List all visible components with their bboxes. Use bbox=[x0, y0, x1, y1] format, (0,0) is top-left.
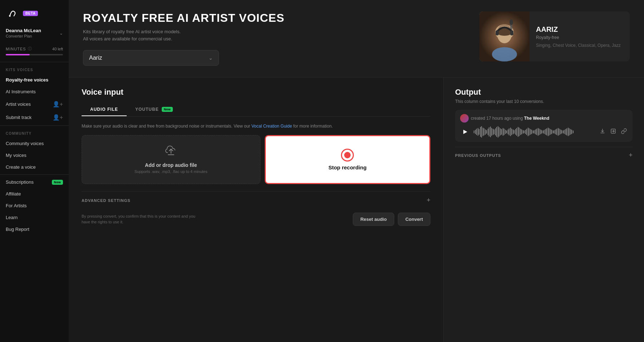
main-content: ROYALTY FREE AI ARTIST VOICES Kits libra… bbox=[69, 0, 644, 342]
user-chevron-icon: ⌄ bbox=[59, 31, 63, 36]
play-button[interactable] bbox=[460, 127, 470, 137]
convert-button[interactable]: Convert bbox=[398, 213, 430, 226]
minutes-progress-bar-fill bbox=[6, 54, 30, 55]
sidebar-item-label: Affiliate bbox=[6, 191, 21, 197]
convert-disclaimer: By pressing convert, you confirm that th… bbox=[82, 214, 203, 225]
user-name: Deanna McLean bbox=[6, 28, 41, 33]
upload-sublabel: Supports .wav, .mp3, .flac up to 4 minut… bbox=[135, 169, 208, 174]
sidebar-item-subscriptions[interactable]: Subscriptions New bbox=[0, 176, 69, 188]
lower-section: Voice input AUDIO FILE YOUTUBE New Make … bbox=[69, 78, 644, 342]
convert-row: By pressing convert, you confirm that th… bbox=[82, 209, 430, 226]
record-box[interactable]: Stop recording bbox=[265, 135, 431, 184]
sidebar-item-label: Create a voice bbox=[6, 164, 36, 170]
add-person-icon: 👤+ bbox=[53, 101, 63, 108]
upload-label: Add or drop audio file bbox=[145, 162, 197, 168]
sidebar-item-submit-track[interactable]: Submit track 👤+ bbox=[0, 111, 69, 124]
artist-info: AARIZ Royalty-free Singing, Chest Voice,… bbox=[530, 11, 627, 61]
tab-youtube[interactable]: YOUTUBE New bbox=[127, 103, 181, 116]
sidebar-item-learn[interactable]: Learn bbox=[0, 212, 69, 223]
track-artist-name: The Weeknd bbox=[524, 116, 549, 121]
sidebar-item-my-voices[interactable]: My voices bbox=[0, 149, 69, 161]
advanced-settings-toggle[interactable]: + bbox=[426, 197, 430, 204]
sidebar-item-label: Artist voices bbox=[6, 101, 31, 107]
artist-tag: Royalty-free bbox=[536, 35, 621, 40]
sidebar-header: BETA bbox=[0, 0, 69, 25]
helper-text: Make sure your audio is clear and free f… bbox=[82, 123, 430, 129]
svg-point-0 bbox=[6, 6, 19, 20]
app-logo bbox=[6, 6, 19, 20]
sidebar-item-artist-voices[interactable]: Artist voices 👤+ bbox=[0, 98, 69, 111]
track-actions bbox=[599, 128, 628, 136]
svg-marker-12 bbox=[463, 130, 467, 134]
previous-outputs-row: PREVIOUS OUTPUTS + bbox=[455, 147, 633, 163]
artist-portrait bbox=[479, 11, 530, 61]
record-dot bbox=[344, 152, 351, 158]
svg-rect-10 bbox=[496, 30, 499, 35]
new-badge: New bbox=[52, 180, 63, 185]
hero-section: ROYALTY FREE AI ARTIST VOICES Kits libra… bbox=[69, 0, 644, 78]
hero-left: ROYALTY FREE AI ARTIST VOICES Kits libra… bbox=[83, 11, 465, 66]
chevron-down-icon: ⌄ bbox=[209, 55, 213, 61]
hero-subtitle: Kits library of royalty free AI artist v… bbox=[83, 28, 465, 42]
previous-outputs-label: PREVIOUS OUTPUTS bbox=[455, 153, 501, 158]
sidebar: BETA Deanna McLean Converter Plan ⌄ MINU… bbox=[0, 0, 69, 342]
sidebar-item-royalty-free-voices[interactable]: Royalty-free voices bbox=[0, 74, 69, 86]
sidebar-item-label: AI Instruments bbox=[6, 89, 36, 94]
minutes-progress-bar-bg bbox=[6, 54, 63, 55]
output-title: Output bbox=[455, 88, 633, 97]
output-panel: Output This column contains your last 10… bbox=[444, 78, 644, 342]
info-icon[interactable]: ⓘ bbox=[28, 46, 32, 51]
sidebar-item-label: Royalty-free voices bbox=[6, 77, 48, 83]
hero-title: ROYALTY FREE AI ARTIST VOICES bbox=[83, 11, 465, 25]
advanced-settings-row: ADVANCED SETTINGS + bbox=[82, 191, 430, 209]
voice-input-title: Voice input bbox=[82, 88, 430, 97]
sidebar-item-affiliate[interactable]: Affiliate bbox=[0, 188, 69, 200]
svg-point-8 bbox=[509, 19, 513, 25]
sidebar-item-ai-instruments[interactable]: AI Instruments bbox=[0, 86, 69, 98]
stop-recording-label: Stop recording bbox=[328, 164, 367, 170]
svg-point-1 bbox=[9, 15, 11, 17]
tab-audio-file[interactable]: AUDIO FILE bbox=[82, 103, 127, 116]
divider-3 bbox=[0, 174, 69, 175]
voice-input-tabs: AUDIO FILE YOUTUBE New bbox=[82, 103, 430, 117]
sidebar-item-create-voice[interactable]: Create a voice bbox=[0, 161, 69, 173]
minutes-left: 40 left bbox=[52, 47, 63, 51]
sidebar-item-community-voices[interactable]: Community voices bbox=[0, 138, 69, 149]
link-button[interactable] bbox=[620, 128, 628, 136]
divider-1 bbox=[0, 62, 69, 62]
hero-subtitle-line1: Kits library of royalty free AI artist v… bbox=[83, 29, 181, 34]
reset-audio-button[interactable]: Reset audio bbox=[353, 213, 394, 226]
voice-selector[interactable]: Aariz ⌄ bbox=[83, 50, 219, 66]
hero-subtitle-line2: All voices are available for commercial … bbox=[83, 36, 172, 41]
vocal-guide-link[interactable]: Vocal Creation Guide bbox=[252, 124, 292, 129]
artist-card: AARIZ Royalty-free Singing, Chest Voice,… bbox=[479, 11, 630, 61]
user-menu[interactable]: Deanna McLean Converter Plan ⌄ bbox=[0, 25, 69, 43]
sidebar-item-label: Community voices bbox=[6, 141, 44, 146]
advanced-settings-label: ADVANCED SETTINGS bbox=[82, 198, 131, 203]
waveform-row bbox=[460, 126, 628, 138]
svg-point-9 bbox=[492, 47, 517, 61]
artist-image bbox=[479, 11, 530, 61]
waveform bbox=[474, 126, 595, 138]
sidebar-item-label: Learn bbox=[6, 215, 18, 220]
sidebar-item-bug-report[interactable]: Bug Report bbox=[0, 223, 69, 235]
divider-2 bbox=[0, 125, 69, 126]
remix-button[interactable] bbox=[610, 128, 617, 136]
play-icon bbox=[463, 129, 468, 134]
upload-record-row: Add or drop audio file Supports .wav, .m… bbox=[82, 135, 430, 184]
artist-name: AARIZ bbox=[536, 25, 621, 34]
track-meta-text: created 17 hours ago using The Weeknd bbox=[471, 116, 549, 121]
section-label-kits-voices: KITS VOICES bbox=[0, 64, 69, 74]
svg-rect-11 bbox=[510, 30, 513, 35]
previous-outputs-toggle[interactable]: + bbox=[629, 152, 633, 159]
sidebar-item-label: Submit track bbox=[6, 115, 31, 120]
track-avatar bbox=[460, 114, 469, 123]
output-subtitle: This column contains your last 10 conver… bbox=[455, 99, 633, 104]
upload-box[interactable]: Add or drop audio file Supports .wav, .m… bbox=[82, 135, 260, 184]
artist-genres: Singing, Chest Voice, Classical, Opera, … bbox=[536, 43, 621, 48]
track-item: created 17 hours ago using The Weeknd bbox=[455, 110, 633, 142]
minutes-section: MINUTES ⓘ 40 left bbox=[0, 43, 69, 60]
sidebar-item-for-artists[interactable]: For Artists bbox=[0, 200, 69, 212]
download-button[interactable] bbox=[599, 128, 606, 136]
section-label-community: COMMUNITY bbox=[0, 127, 69, 138]
